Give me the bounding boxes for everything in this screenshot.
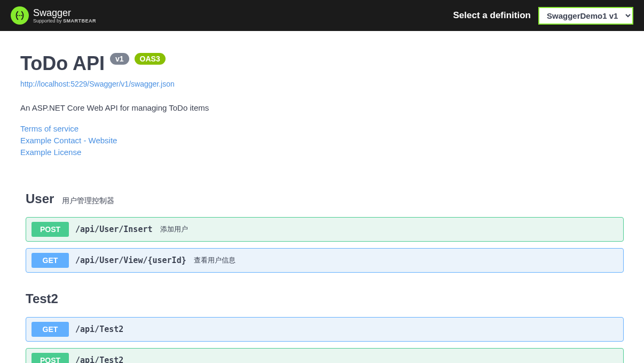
api-description: An ASP.NET Core Web API for managing ToD…: [20, 103, 624, 112]
method-badge-post: POST: [32, 222, 69, 237]
operation-path: /api/Test2: [75, 356, 123, 363]
topbar-right: Select a definition SwaggerDemo1 v1: [453, 7, 633, 25]
operation-path: /api/Test2: [75, 325, 123, 334]
tag-header-user[interactable]: User 用户管理控制器: [26, 191, 624, 206]
definition-select[interactable]: SwaggerDemo1 v1: [538, 7, 633, 25]
api-title: ToDo API: [20, 52, 105, 75]
brand-text-block: Swagger Supported by SMARTBEAR: [33, 7, 96, 24]
operation-row[interactable]: GET /api/User/View/{userId} 查看用户信息: [26, 248, 624, 273]
swagger-logo[interactable]: Swagger Supported by SMARTBEAR: [11, 6, 96, 25]
brand-text: Swagger: [33, 7, 71, 18]
operation-row[interactable]: GET /api/Test2: [26, 317, 624, 342]
tag-section-test2: Test2 GET /api/Test2 POST /api/Test2: [20, 291, 624, 363]
links-block: Terms of service Example Contact - Websi…: [20, 124, 624, 157]
method-badge-post: POST: [32, 353, 69, 363]
method-badge-get: GET: [32, 322, 69, 337]
terms-link[interactable]: Terms of service: [20, 124, 624, 133]
supported-by-prefix: Supported by: [33, 18, 63, 24]
tag-description: 用户管理控制器: [62, 196, 114, 206]
svg-point-0: [17, 15, 18, 16]
operation-row[interactable]: POST /api/Test2: [26, 348, 624, 363]
tag-header-test2[interactable]: Test2: [26, 291, 624, 306]
operation-summary: 查看用户信息: [194, 256, 235, 265]
supported-by-name: SMARTBEAR: [63, 18, 96, 24]
oas-badge: OAS3: [135, 53, 166, 65]
tag-section-user: User 用户管理控制器 POST /api/User/Insert 添加用户 …: [20, 191, 624, 273]
api-title-row: ToDo API v1 OAS3: [20, 52, 624, 75]
version-badge: v1: [110, 53, 129, 65]
svg-point-1: [19, 15, 20, 16]
topbar: Swagger Supported by SMARTBEAR Select a …: [0, 0, 644, 31]
contact-link[interactable]: Example Contact - Website: [20, 136, 624, 145]
api-url-link[interactable]: http://localhost:5229/Swagger/v1/swagger…: [20, 80, 175, 88]
tag-name: User: [26, 191, 54, 206]
svg-point-2: [21, 15, 22, 16]
topbar-left: Swagger Supported by SMARTBEAR: [11, 6, 453, 25]
method-badge-get: GET: [32, 253, 69, 268]
operation-path: /api/User/View/{userId}: [75, 256, 186, 265]
swagger-icon: [11, 6, 29, 25]
select-definition-label: Select a definition: [453, 10, 531, 21]
tag-name: Test2: [26, 291, 58, 306]
license-link[interactable]: Example License: [20, 148, 624, 157]
supported-by: Supported by SMARTBEAR: [33, 18, 96, 24]
content: ToDo API v1 OAS3 http://localhost:5229/S…: [0, 31, 644, 363]
operation-row[interactable]: POST /api/User/Insert 添加用户: [26, 217, 624, 242]
operation-summary: 添加用户: [160, 225, 188, 234]
operation-path: /api/User/Insert: [75, 225, 153, 234]
